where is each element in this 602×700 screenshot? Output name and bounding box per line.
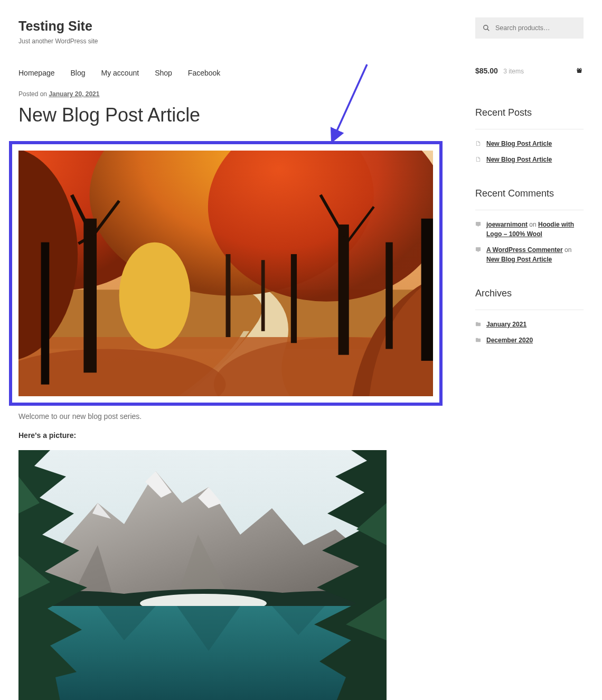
svg-rect-19 bbox=[385, 242, 392, 349]
body-image-mountain bbox=[18, 450, 387, 700]
folder-icon bbox=[475, 337, 481, 343]
svg-line-29 bbox=[487, 29, 490, 31]
search-input[interactable] bbox=[475, 19, 584, 37]
nav-item-shop[interactable]: Shop bbox=[155, 61, 172, 85]
widget-recent-posts: Recent Posts New Blog Post Article New B… bbox=[475, 107, 584, 164]
post-picture-label: Here's a picture: bbox=[18, 431, 454, 440]
list-item: A WordPress Commenter on New Blog Post A… bbox=[475, 245, 584, 264]
widget-title-archives: Archives bbox=[475, 288, 584, 310]
svg-rect-12 bbox=[83, 219, 97, 373]
site-header: Testing Site Just another WordPress site bbox=[18, 0, 454, 45]
post-title: New Blog Post Article bbox=[18, 104, 454, 126]
post-welcome-text: Welcome to our new blog post series. bbox=[18, 412, 454, 421]
svg-rect-16 bbox=[261, 260, 265, 331]
svg-rect-18 bbox=[338, 225, 349, 355]
comment-author-link[interactable]: joewarnimont bbox=[486, 221, 528, 228]
document-icon bbox=[475, 141, 481, 146]
list-item: New Blog Post Article bbox=[475, 155, 584, 164]
recent-post-link[interactable]: New Blog Post Article bbox=[486, 155, 552, 164]
recent-post-link[interactable]: New Blog Post Article bbox=[486, 139, 552, 148]
cart-item-count: 3 items bbox=[503, 68, 524, 75]
svg-rect-14 bbox=[41, 242, 50, 385]
svg-rect-17 bbox=[291, 254, 297, 343]
basket-icon bbox=[575, 67, 584, 75]
document-icon bbox=[475, 156, 481, 162]
featured-image bbox=[18, 151, 433, 396]
comment-icon bbox=[475, 221, 481, 227]
cart-price: $85.00 bbox=[475, 67, 498, 75]
site-tagline: Just another WordPress site bbox=[18, 38, 454, 45]
primary-nav: Homepage Blog My account Shop Facebook bbox=[18, 61, 454, 85]
widget-archives: Archives January 2021 December 2020 bbox=[475, 288, 584, 345]
site-title[interactable]: Testing Site bbox=[18, 18, 454, 34]
archive-link[interactable]: January 2021 bbox=[486, 320, 526, 329]
nav-item-facebook[interactable]: Facebook bbox=[188, 61, 220, 85]
widget-title-recent-comments: Recent Comments bbox=[475, 188, 584, 210]
folder-icon bbox=[475, 321, 481, 327]
cart-summary[interactable]: $85.00 3 items bbox=[475, 66, 584, 76]
svg-rect-20 bbox=[421, 219, 433, 361]
search-box[interactable] bbox=[475, 17, 584, 39]
comment-icon bbox=[475, 247, 481, 253]
widget-recent-comments: Recent Comments joewarnimont on Hoodie w… bbox=[475, 188, 584, 264]
list-item: joewarnimont on Hoodie with Logo – 100% … bbox=[475, 220, 584, 239]
nav-item-homepage[interactable]: Homepage bbox=[18, 61, 55, 85]
list-item: January 2021 bbox=[475, 320, 584, 329]
widget-title-recent-posts: Recent Posts bbox=[475, 107, 584, 129]
post-meta: Posted on January 20, 2021 bbox=[18, 90, 454, 98]
list-item: New Blog Post Article bbox=[475, 139, 584, 148]
svg-point-28 bbox=[484, 25, 488, 30]
svg-point-11 bbox=[119, 242, 191, 349]
post-date-link[interactable]: January 20, 2021 bbox=[49, 90, 99, 98]
comment-post-link[interactable]: New Blog Post Article bbox=[486, 256, 552, 263]
svg-rect-15 bbox=[226, 254, 231, 337]
featured-image-highlight bbox=[9, 141, 443, 406]
nav-item-my-account[interactable]: My account bbox=[101, 61, 139, 85]
nav-item-blog[interactable]: Blog bbox=[71, 61, 86, 85]
post-meta-prefix: Posted on bbox=[18, 90, 49, 98]
comment-author-link[interactable]: A WordPress Commenter bbox=[486, 246, 563, 254]
archive-link[interactable]: December 2020 bbox=[486, 335, 533, 345]
list-item: December 2020 bbox=[475, 335, 584, 345]
search-icon bbox=[483, 24, 490, 32]
